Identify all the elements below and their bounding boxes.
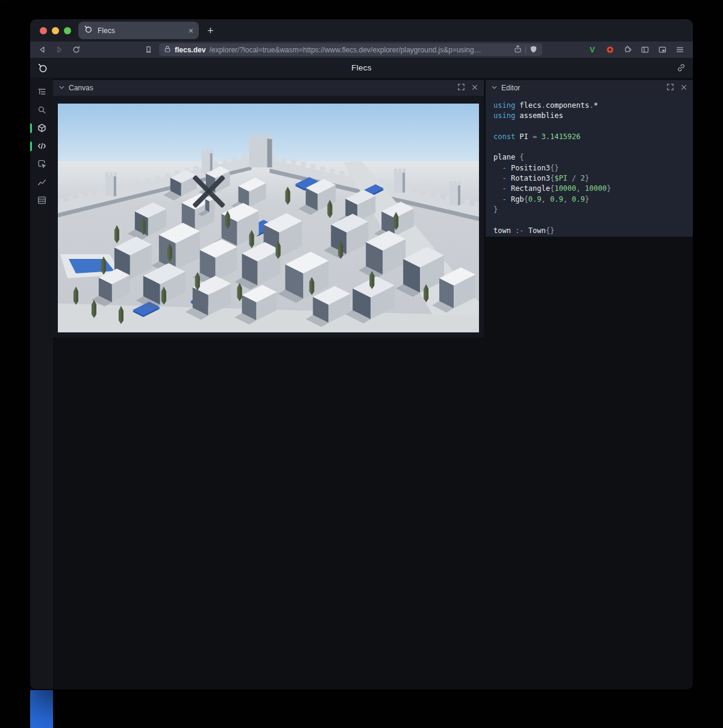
- sidebar-icon: [640, 45, 649, 54]
- back-button[interactable]: [36, 44, 48, 56]
- canvas-3d-scene[interactable]: [58, 104, 479, 332]
- desktop-background: Flecs × + flecs.dev: [0, 0, 723, 728]
- red-dot-icon: [606, 45, 615, 54]
- app-title: Flecs: [30, 63, 693, 72]
- close-icon: [680, 84, 687, 91]
- scene-active-indicator: [30, 123, 32, 133]
- editor-panel-title: Editor: [501, 84, 520, 92]
- zoom-window-button[interactable]: [64, 27, 71, 34]
- sidebar: [30, 78, 53, 689]
- sidebar-item-stats[interactable]: [34, 174, 49, 190]
- tab-close-icon[interactable]: ×: [189, 26, 193, 35]
- canvas-panel-header: Canvas: [53, 80, 484, 96]
- sidebar-item-code[interactable]: [34, 138, 49, 154]
- editor-close-button[interactable]: [680, 82, 687, 93]
- editor-panel-header: Editor: [486, 80, 693, 96]
- browser-toolbar: flecs.dev /explorer/?local=true&wasm=htt…: [30, 42, 693, 58]
- code-active-indicator: [30, 142, 32, 151]
- forward-icon: [55, 45, 64, 54]
- canvas-panel-title: Canvas: [69, 84, 93, 92]
- code-line: plane {: [493, 152, 693, 163]
- flecs-favicon-icon: [84, 25, 93, 36]
- editor-code[interactable]: using flecs.components.*using assemblies…: [486, 96, 693, 236]
- chevron-down-icon: [491, 84, 498, 91]
- code-line: - Rgb{0.9, 0.9, 0.9}: [493, 194, 693, 205]
- code-line: }: [493, 205, 693, 215]
- canvas-collapse-button[interactable]: [58, 82, 65, 93]
- sidebar-item-scene[interactable]: [34, 120, 49, 135]
- tab-bar: Flecs × +: [30, 19, 693, 42]
- forward-button[interactable]: [53, 44, 65, 56]
- background-window-strip: [30, 690, 53, 728]
- hamburger-icon: [675, 45, 684, 54]
- sidebar-item-search[interactable]: [34, 102, 49, 117]
- editor-collapse-button[interactable]: [491, 82, 498, 93]
- editor-expand-button[interactable]: [666, 82, 674, 93]
- extension-buttons: V: [586, 44, 687, 56]
- bookmarks-button[interactable]: [142, 44, 154, 56]
- url-domain: flecs.dev: [175, 46, 205, 54]
- app-header: Flecs: [30, 58, 693, 78]
- window-controls: [30, 27, 78, 34]
- url-bar[interactable]: flecs.dev /explorer/?local=true&wasm=htt…: [159, 43, 542, 56]
- expand-icon: [666, 83, 674, 91]
- shield-icon[interactable]: [530, 45, 537, 55]
- puzzle-icon: [623, 45, 632, 54]
- code-line: using assemblies: [493, 111, 693, 121]
- expand-icon: [457, 83, 465, 91]
- code-line: [493, 142, 693, 152]
- code-line: [493, 122, 693, 132]
- link-icon: [677, 63, 686, 72]
- back-icon: [38, 45, 47, 54]
- menu-button[interactable]: [674, 44, 686, 56]
- code-line: - Rectangle{10000, 10000}: [493, 184, 693, 194]
- reading-list-button[interactable]: [656, 44, 668, 56]
- chevron-down-icon: [58, 84, 65, 91]
- code-icon: [37, 141, 47, 151]
- sidebar-toggle-button[interactable]: [639, 44, 651, 56]
- browser-tab[interactable]: Flecs ×: [78, 22, 199, 39]
- minimize-window-button[interactable]: [52, 27, 59, 34]
- sidebar-item-tree[interactable]: [34, 84, 49, 99]
- tree-icon: [37, 87, 47, 97]
- share-link-button[interactable]: [677, 63, 686, 75]
- chart-icon: [37, 177, 47, 187]
- table-icon: [37, 195, 47, 205]
- canvas-panel: Canvas: [53, 80, 484, 337]
- canvas-body: [53, 96, 484, 337]
- flecs-explorer: Flecs: [30, 58, 693, 689]
- bookmark-icon: [144, 45, 153, 54]
- search-icon: [37, 105, 47, 115]
- pip-icon: [658, 45, 667, 54]
- close-window-button[interactable]: [40, 27, 47, 34]
- new-tab-button[interactable]: +: [207, 25, 214, 36]
- canvas-expand-button[interactable]: [457, 82, 465, 93]
- content-area: Canvas: [53, 78, 693, 689]
- url-divider: [525, 46, 526, 54]
- close-icon: [471, 84, 478, 91]
- code-line: using flecs.components.*: [493, 101, 693, 111]
- url-path: /explorer/?local=true&wasm=https://www.f…: [209, 46, 510, 54]
- record-extension-button[interactable]: [604, 44, 616, 56]
- cube-icon: [37, 123, 47, 133]
- tab-title: Flecs: [98, 26, 184, 35]
- sidebar-item-inspect[interactable]: [34, 156, 49, 172]
- reload-icon: [72, 45, 81, 54]
- code-line: - Rotation3{$PI / 2}: [493, 173, 693, 184]
- app-body: Canvas: [30, 78, 693, 689]
- share-icon[interactable]: [514, 45, 522, 55]
- code-line: - Position3{}: [493, 163, 693, 173]
- reload-button[interactable]: [70, 44, 82, 56]
- sidebar-item-data[interactable]: [34, 192, 49, 208]
- browser-window: Flecs × + flecs.dev: [30, 19, 693, 689]
- v-extension-button[interactable]: V: [586, 44, 598, 56]
- canvas-close-button[interactable]: [471, 82, 478, 93]
- inspect-icon: [37, 159, 47, 169]
- editor-panel: Editor using flecs.components.*using as: [486, 80, 693, 237]
- lock-icon: [164, 45, 171, 55]
- code-line: [493, 215, 693, 225]
- code-line: town :- Town{}: [493, 226, 693, 236]
- code-line: const PI = 3.1415926: [493, 132, 693, 142]
- extensions-puzzle-button[interactable]: [621, 44, 633, 56]
